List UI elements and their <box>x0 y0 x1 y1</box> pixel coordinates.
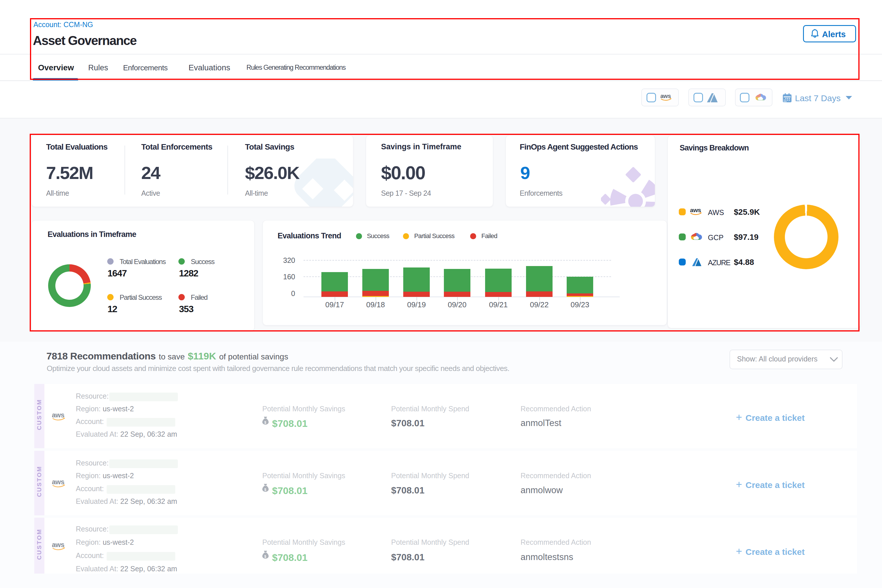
svg-text:aws: aws <box>52 541 64 549</box>
svg-text:$: $ <box>264 555 266 559</box>
svg-text:aws: aws <box>52 411 64 419</box>
svg-text:aws: aws <box>660 93 671 99</box>
svg-text:aws: aws <box>52 478 64 486</box>
svg-text:$: $ <box>264 420 266 424</box>
svg-text:$: $ <box>264 488 266 492</box>
